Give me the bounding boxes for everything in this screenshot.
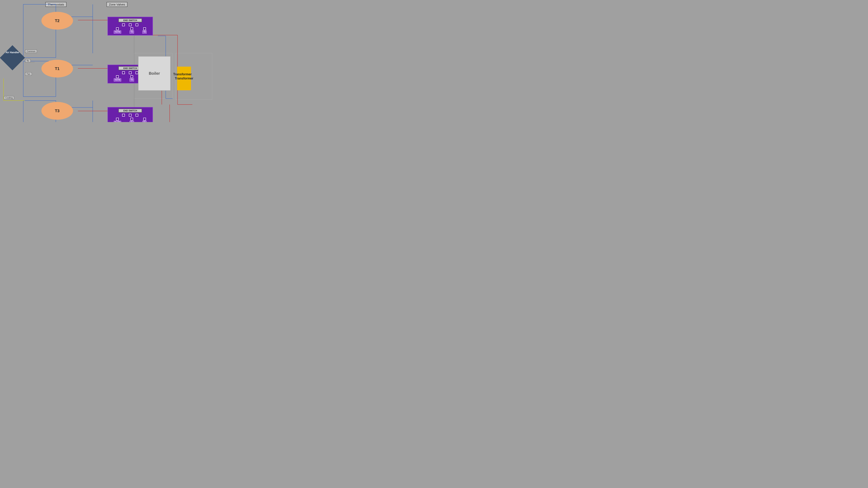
terminal-box-top7 bbox=[122, 114, 125, 117]
end-switch-label-1: END SWITCH bbox=[118, 18, 142, 22]
terminal-tr-3: TR bbox=[143, 118, 147, 122]
terminal-box-top1 bbox=[122, 24, 125, 26]
terminal-box-top3 bbox=[135, 24, 138, 26]
terminal-box-top6 bbox=[135, 71, 138, 74]
air-handler-shape bbox=[0, 45, 25, 70]
terminal-th-2: TH bbox=[130, 75, 134, 82]
zone-valves-label: Zone Valves bbox=[106, 2, 127, 7]
thermostat-t2: T2 bbox=[41, 12, 73, 30]
terminal-th-tr-2: TH/TR bbox=[114, 75, 121, 82]
zone-valve-3: END SWITCH TH/TR TH TR bbox=[107, 107, 153, 122]
cooling-tag: Cooling bbox=[4, 96, 14, 99]
terminal-box-top2 bbox=[129, 24, 131, 26]
terminal-th-tr-1: TH/TR bbox=[114, 27, 121, 34]
terminal-box-top4 bbox=[122, 71, 125, 74]
terminal-th-1: TH bbox=[130, 27, 134, 34]
thermostat-t3: T3 bbox=[41, 102, 73, 120]
thermostats-label: Thermostats bbox=[45, 2, 66, 7]
terminal-box-top8 bbox=[129, 114, 131, 117]
terminal-tr-1: TR bbox=[143, 27, 147, 34]
zone-valve-1: END SWITCH TH/TR TH TR bbox=[107, 17, 153, 35]
rc-tag: Rc bbox=[25, 59, 31, 62]
terminal-th-tr-3: TH/TR bbox=[114, 118, 121, 122]
thermostat-t1: T1 bbox=[41, 60, 73, 77]
transformer: Transformer bbox=[177, 67, 191, 90]
terminal-box-top9 bbox=[135, 114, 138, 117]
terminal-th-3: TH bbox=[130, 118, 134, 122]
fan-tag: Fan bbox=[25, 72, 32, 75]
common-tag: Common bbox=[25, 50, 37, 53]
terminal-box-top5 bbox=[129, 71, 131, 74]
boiler: Boiler bbox=[138, 56, 170, 91]
transformer-label: Transformer bbox=[173, 72, 191, 76]
end-switch-label-3: END SWITCH bbox=[118, 109, 142, 112]
